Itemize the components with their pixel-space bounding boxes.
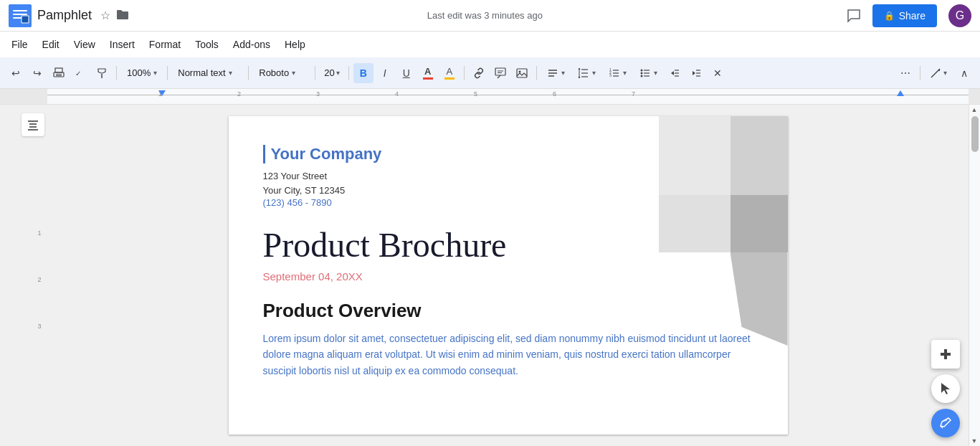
bulleted-list-dropdown[interactable]: ▾ — [634, 63, 663, 83]
app-icon — [9, 4, 32, 27]
numbered-list-dropdown[interactable]: 123 ▾ — [603, 63, 632, 83]
text-color-bar — [423, 77, 433, 80]
separator-5 — [348, 66, 349, 80]
star-icon[interactable]: ☆ — [100, 9, 110, 22]
bold-button[interactable]: B — [353, 63, 374, 83]
svg-rect-11 — [495, 68, 505, 75]
body-text: Lorem ipsum dolor sit amet, consectetuer… — [263, 331, 753, 379]
separator-3 — [248, 66, 249, 80]
content-area[interactable]: Your Company 123 Your Street Your City, … — [47, 105, 969, 446]
comment-button[interactable] — [490, 63, 510, 83]
svg-text:✓: ✓ — [75, 70, 81, 77]
left-sidebar: 1 2 3 — [0, 105, 47, 446]
indent-decrease-button[interactable] — [665, 63, 685, 83]
text-color-button[interactable]: A — [418, 63, 438, 83]
separator-6 — [464, 66, 465, 80]
menu-insert[interactable]: Insert — [104, 36, 141, 53]
spellcheck-button[interactable]: ✓ — [70, 63, 90, 83]
svg-rect-15 — [517, 69, 527, 77]
menu-view[interactable]: View — [68, 36, 101, 53]
svg-rect-8 — [56, 75, 62, 76]
user-avatar[interactable]: G — [948, 4, 971, 27]
image-button[interactable] — [512, 63, 532, 83]
svg-rect-42 — [29, 123, 37, 125]
lock-icon: 🔒 — [884, 11, 895, 21]
svg-rect-41 — [28, 120, 38, 122]
scroll-down-arrow[interactable]: ▼ — [969, 436, 980, 446]
chat-icon-button[interactable] — [841, 3, 867, 29]
separator-2 — [167, 66, 168, 80]
svg-text:3: 3 — [609, 73, 612, 77]
clear-format-button[interactable]: ✕ — [708, 63, 728, 83]
svg-point-30 — [640, 72, 642, 74]
paint-format-button[interactable] — [92, 63, 112, 83]
last-edit-text: Last edit was 3 minutes ago — [427, 10, 543, 21]
underline-button[interactable]: U — [396, 63, 417, 83]
share-button[interactable]: 🔒 Share — [872, 4, 937, 27]
menu-file[interactable]: File — [6, 36, 34, 53]
italic-button[interactable]: I — [375, 63, 395, 83]
redo-button[interactable]: ↪ — [27, 63, 47, 83]
indent-increase-button[interactable] — [686, 63, 706, 83]
zoom-plus-button[interactable] — [931, 340, 960, 369]
page-content: Your Company 123 Your Street Your City, … — [229, 116, 788, 407]
ruler-right-margin — [969, 89, 980, 104]
svg-rect-2 — [13, 14, 27, 15]
svg-rect-7 — [56, 74, 62, 75]
style-dropdown[interactable]: Normal text ▾ — [172, 63, 244, 83]
highlight-bar — [444, 77, 455, 80]
doc-title: Pamphlet — [37, 8, 92, 23]
svg-point-31 — [640, 75, 642, 77]
font-size-dropdown[interactable]: 20 ▾ — [320, 63, 343, 83]
menu-edit[interactable]: Edit — [37, 36, 65, 53]
scroll-up-arrow[interactable]: ▲ — [969, 105, 980, 115]
link-button[interactable] — [469, 63, 489, 83]
more-options-button[interactable]: ⋯ — [895, 63, 915, 83]
separator-4 — [315, 66, 315, 80]
font-dropdown[interactable]: Roboto ▾ — [253, 63, 310, 83]
svg-rect-4 — [22, 16, 29, 23]
svg-point-29 — [640, 69, 642, 71]
title-bar: Pamphlet ☆ Last edit was 3 minutes ago 🔒… — [0, 0, 980, 32]
line-spacing-dropdown[interactable]: ▾ — [572, 63, 601, 83]
scrollbar-thumb[interactable] — [971, 116, 979, 152]
title-icons: ☆ — [100, 9, 129, 22]
document-date: September 04, 20XX — [263, 270, 753, 283]
separator-7 — [536, 66, 537, 80]
zoom-dropdown[interactable]: 100% ▾ — [121, 63, 163, 83]
horizontal-ruler: 1 2 3 4 5 6 7 — [47, 89, 969, 104]
cursor-mode-button[interactable] — [931, 374, 960, 403]
svg-rect-1 — [13, 10, 27, 11]
collapse-toolbar-button[interactable]: ∧ — [954, 63, 974, 83]
separator-8 — [920, 66, 920, 80]
floating-buttons — [931, 340, 960, 437]
svg-rect-46 — [941, 353, 951, 356]
phone-line: (123) 456 - 7890 — [263, 197, 753, 208]
vertical-ruler: 1 2 3 — [34, 229, 44, 330]
section-heading: Product Overview — [263, 300, 753, 322]
svg-point-16 — [518, 70, 520, 72]
ruler-area: 1 2 3 4 5 6 7 — [0, 89, 980, 105]
document-title: Product Brochure — [263, 225, 753, 265]
edit-mode-button[interactable] — [931, 409, 960, 437]
align-dropdown[interactable]: ▾ — [541, 63, 571, 83]
right-scrollbar: ▲ ▼ — [969, 105, 980, 446]
menu-tools[interactable]: Tools — [189, 36, 224, 53]
folder-icon[interactable] — [116, 9, 129, 22]
svg-rect-5 — [55, 68, 62, 72]
main-area: 1 2 3 Your Company 123 Your Street Your … — [0, 105, 980, 446]
toolbar: ↩ ↪ ✓ 100% ▾ Normal text ▾ Roboto ▾ 20 ▾… — [0, 57, 980, 89]
menu-bar: File Edit View Insert Format Tools Add-o… — [0, 32, 980, 57]
undo-button[interactable]: ↩ — [6, 63, 26, 83]
print-button[interactable] — [49, 63, 69, 83]
outline-button[interactable] — [22, 113, 44, 136]
menu-addons[interactable]: Add-ons — [227, 36, 276, 53]
menu-help[interactable]: Help — [279, 36, 311, 53]
highlight-button[interactable]: A — [439, 63, 460, 83]
company-name: Your Company — [263, 145, 753, 163]
separator-1 — [116, 66, 117, 80]
document-page: Your Company 123 Your Street Your City, … — [229, 116, 788, 435]
menu-format[interactable]: Format — [143, 36, 186, 53]
svg-rect-43 — [29, 126, 37, 128]
editing-mode-button[interactable]: ▾ — [925, 63, 953, 83]
